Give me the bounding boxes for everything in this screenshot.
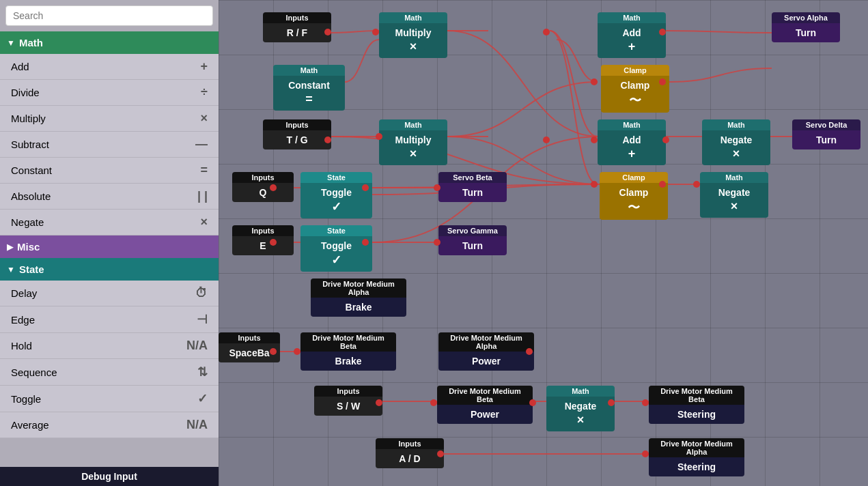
node-n25[interactable]: Drive Motor Medium BetaPower [437, 386, 533, 424]
node-n29[interactable]: Drive Motor Medium AlphaSteering [649, 438, 744, 476]
node-n11[interactable]: Servo DeltaTurn [792, 119, 860, 149]
node-header-n7: Inputs [263, 119, 331, 130]
node-header-n15: Clamp [600, 172, 668, 183]
connection-dot [324, 137, 331, 143]
node-body-text-n25: Power [471, 409, 499, 420]
sidebar-item-label: Edge [11, 314, 35, 326]
sidebar-item-label: Divide [11, 87, 40, 98]
debug-label: Debug Input [81, 471, 137, 482]
node-n17[interactable]: InputsE [232, 225, 294, 255]
node-body-n12: Q [232, 183, 294, 202]
node-n3[interactable]: MathAdd+ [598, 12, 666, 58]
sidebar-item-icon: ÷ [201, 85, 208, 100]
node-n6[interactable]: ClampClamp〜 [601, 65, 669, 113]
node-n15[interactable]: ClampClamp〜 [600, 172, 668, 220]
sidebar-item-label: Average [11, 419, 49, 431]
node-header-n14: Servo Beta [438, 172, 507, 183]
search-input[interactable] [5, 5, 213, 26]
node-body-n15: Clamp〜 [600, 183, 668, 220]
node-body-n23: Power [438, 352, 534, 371]
node-header-n3: Math [598, 12, 666, 23]
sidebar-item-state-average[interactable]: AverageN/A [0, 412, 219, 438]
node-body-text-n8: Multiply [395, 134, 432, 145]
node-n1[interactable]: InputsR / F [263, 12, 331, 42]
node-header-n8: Math [379, 119, 447, 130]
sidebar-item-math-multiply[interactable]: Multiply× [0, 106, 219, 132]
node-n23[interactable]: Drive Motor Medium AlphaPower [438, 332, 534, 371]
node-n18[interactable]: StateToggle✓ [300, 225, 372, 272]
connection-dot [642, 451, 649, 457]
node-n22[interactable]: Drive Motor Medium BetaBrake [300, 332, 396, 371]
node-n7[interactable]: InputsT / G [263, 119, 331, 149]
sidebar-item-math-absolute[interactable]: Absolute| | [0, 184, 219, 210]
connection-dot [270, 348, 277, 355]
node-n9[interactable]: MathAdd+ [598, 119, 666, 165]
node-body-n5: Constant= [273, 76, 345, 111]
sidebar-item-math-negate[interactable]: Negate× [0, 210, 219, 235]
section-header-state[interactable]: ▼State [0, 258, 219, 281]
node-header-n29: Drive Motor Medium Alpha [649, 438, 744, 457]
connection-dot [642, 399, 649, 406]
connection-line [557, 40, 598, 82]
node-icon-n2: × [410, 40, 417, 54]
sidebar-item-icon: N/A [186, 339, 208, 353]
section-header-math[interactable]: ▼Math [0, 31, 219, 54]
node-header-n22: Drive Motor Medium Beta [300, 332, 396, 352]
debug-bar[interactable]: Debug Input [0, 467, 219, 486]
node-body-text-n18: Toggle [321, 240, 352, 251]
node-body-n2: Multiply× [379, 23, 447, 58]
section-header-misc[interactable]: ▶Misc [0, 235, 219, 258]
node-icon-n6: 〜 [629, 92, 641, 109]
node-body-text-n5: Constant [288, 80, 330, 91]
node-n2[interactable]: MathMultiply× [379, 12, 447, 58]
node-n14[interactable]: Servo BetaTurn [438, 172, 507, 202]
node-n4[interactable]: Servo AlphaTurn [772, 12, 840, 42]
node-header-n12: Inputs [232, 172, 294, 183]
sidebar-item-state-edge[interactable]: Edge⊣ [0, 306, 219, 333]
sidebar-item-math-subtract[interactable]: Subtract— [0, 132, 219, 158]
node-n16[interactable]: MathNegate× [700, 172, 768, 218]
node-header-n2: Math [379, 12, 447, 23]
sidebar-item-math-constant[interactable]: Constant= [0, 158, 219, 184]
node-n21[interactable]: InputsSpaceBa [219, 332, 280, 362]
connection-dot [294, 348, 300, 355]
node-n20[interactable]: Drive Motor Medium AlphaBrake [311, 278, 406, 317]
node-body-text-n12: Q [260, 187, 267, 198]
sidebar-item-label: Negate [11, 216, 44, 228]
node-body-n16: Negate× [700, 183, 768, 218]
sidebar-item-state-hold[interactable]: HoldN/A [0, 333, 219, 359]
node-body-n22: Brake [300, 352, 396, 371]
node-body-text-n11: Turn [816, 134, 837, 145]
sidebar-item-state-delay[interactable]: Delay⏱ [0, 281, 219, 306]
sidebar-item-state-toggle[interactable]: Toggle✓ [0, 386, 219, 412]
node-body-n26: Negate× [546, 397, 615, 431]
node-n24[interactable]: InputsS / W [314, 386, 382, 416]
sidebar-item-icon: — [195, 137, 208, 152]
node-n10[interactable]: MathNegate× [702, 119, 770, 165]
node-header-n24: Inputs [314, 386, 382, 397]
node-body-n19: Turn [438, 236, 507, 255]
connection-dot [659, 78, 666, 85]
sidebar-item-math-add[interactable]: Add+ [0, 54, 219, 80]
node-n26[interactable]: MathNegate× [546, 386, 615, 431]
connection-dot [376, 399, 382, 406]
node-icon-n26: × [577, 413, 585, 427]
node-body-text-n21: SpaceBa [229, 347, 269, 358]
node-body-text-n22: Brake [335, 356, 362, 367]
node-n28[interactable]: InputsA / D [376, 438, 444, 468]
node-n12[interactable]: InputsQ [232, 172, 294, 202]
sidebar-item-label: Add [11, 61, 29, 72]
sidebar-item-icon: ⏱ [195, 286, 208, 300]
canvas-area[interactable]: InputsR / FMathMultiply×MathAdd+Servo Al… [219, 0, 868, 486]
sidebar-sections: ▼MathAdd+Divide÷Multiply×Subtract—Consta… [0, 31, 219, 438]
node-n13[interactable]: StateToggle✓ [300, 172, 372, 218]
node-n5[interactable]: MathConstant= [273, 65, 345, 111]
node-header-n9: Math [598, 119, 666, 130]
sidebar-item-math-divide[interactable]: Divide÷ [0, 80, 219, 106]
node-n8[interactable]: MathMultiply× [379, 119, 447, 165]
node-n19[interactable]: Servo GammaTurn [438, 225, 507, 255]
node-n27[interactable]: Drive Motor Medium BetaSteering [649, 386, 744, 424]
sidebar-item-state-sequence[interactable]: Sequence⇅ [0, 359, 219, 386]
node-icon-n9: + [628, 147, 636, 161]
sidebar-item-label: Subtract [11, 139, 49, 150]
